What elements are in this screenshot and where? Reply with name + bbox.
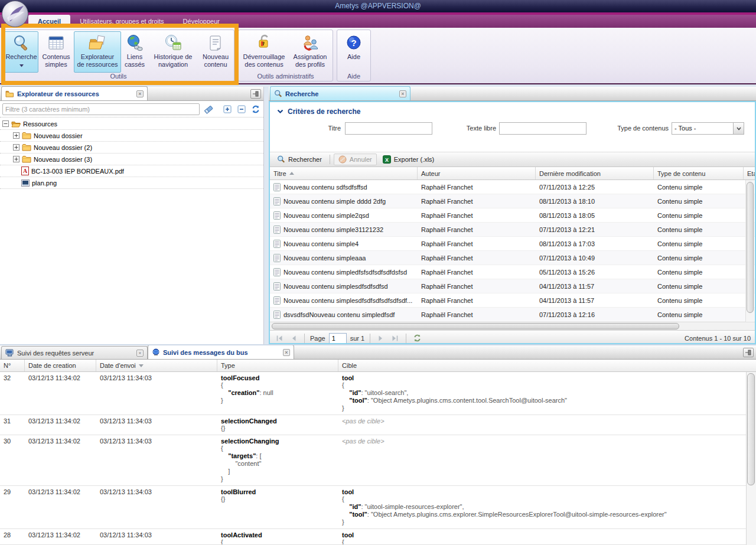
log-row[interactable]: 32 03/12/13 11:34:02 03/12/13 11:34:03 t…	[0, 372, 756, 415]
fulltext-field-input[interactable]	[499, 122, 586, 135]
historique-navigation-button[interactable]: Historique de navigation	[148, 31, 198, 73]
column-header-num[interactable]: N°	[0, 360, 25, 371]
first-page-icon[interactable]	[274, 333, 285, 344]
ribbon-button-label: Nouveau contenu	[203, 53, 229, 68]
exporter-xls-button[interactable]: X Exporter (.xls)	[379, 154, 438, 165]
tab-accueil[interactable]: Accueil	[28, 15, 70, 28]
tab-explorateur-de-ressources[interactable]: Explorateur de ressources ×	[1, 86, 148, 100]
result-title: Nouveau contenu simple4	[284, 240, 359, 247]
log-row[interactable]: 29 03/12/13 11:34:02 03/12/13 11:34:03 t…	[0, 486, 756, 529]
tree-node-file-pdf[interactable]: A BC-13-003 IEP BORDEAUX.pdf	[0, 165, 263, 177]
tree-node-folder[interactable]: Nouveau dossier (2)	[0, 142, 263, 154]
tree-node-file-image[interactable]: plan.png	[0, 177, 263, 189]
explorateur-ressources-button[interactable]: Explorateur de ressources	[74, 31, 121, 73]
expand-node-icon[interactable]	[13, 144, 19, 151]
close-icon[interactable]: ×	[136, 350, 144, 357]
log-row[interactable]: 28 03/12/13 11:34:02 03/12/13 11:34:03 t…	[0, 529, 756, 545]
result-row[interactable]: Nouveau contenu simpledfsfsdfsdfsdfdsfsd…	[270, 265, 755, 279]
pdf-file-icon: A	[21, 167, 29, 175]
refresh-icon[interactable]	[412, 333, 422, 344]
column-header-date-creation[interactable]: Date de creation	[25, 360, 96, 371]
result-author: Raphaël Franchet	[421, 184, 472, 191]
expand-node-icon[interactable]	[13, 132, 19, 139]
log-row[interactable]: 31 03/12/13 11:34:02 03/12/13 11:34:03 s…	[0, 415, 756, 435]
recherche-button[interactable]: Recherche	[4, 31, 38, 73]
vertical-scrollbar[interactable]	[745, 180, 754, 322]
ribbon: Recherche Contenus simples	[0, 28, 756, 84]
scrollbar-thumb[interactable]	[747, 373, 755, 485]
column-header-date-envoi[interactable]: Date d'envoi	[96, 360, 217, 371]
window-title: Ametys @APPVERSION@	[0, 2, 756, 10]
column-header-type[interactable]: Type	[217, 360, 338, 371]
result-title: dsvsdfsdNouveau contenu simpledfsdf	[284, 311, 395, 318]
tree-node-folder[interactable]: Nouveau dossier	[0, 130, 263, 142]
tab-suivi-requetes-serveur[interactable]: Suivi des requêtes serveur ×	[1, 346, 148, 359]
toolbar-separator	[330, 155, 330, 164]
assignation-profils-button[interactable]: Assignation des profils	[289, 31, 331, 73]
result-row[interactable]: Nouveau contenu simplesdfsdfsdfsdfsdfsdf…	[270, 293, 755, 308]
annuler-button[interactable]: Annuler	[334, 154, 377, 165]
search-icon	[12, 33, 30, 53]
log-row[interactable]: 30 03/12/13 11:34:02 03/12/13 11:34:03 s…	[0, 435, 756, 486]
result-row[interactable]: dsvsdfsdNouveau contenu simpledfsdf Raph…	[270, 308, 755, 322]
result-row[interactable]: Nouveau contenu simplesdfsdfsdfsd Raphaë…	[270, 279, 755, 293]
result-row[interactable]: Nouveau contenu simple2qsd Raphaël Franc…	[270, 208, 755, 223]
column-header-etat[interactable]: Eta	[744, 167, 755, 180]
nouveau-contenu-button[interactable]: Nouveau contenu	[198, 31, 233, 73]
result-row[interactable]: Nouveau contenu simple31121232 Raphaël F…	[270, 223, 755, 237]
result-row[interactable]: Nouveau contenu simpleaaa Raphaël Franch…	[270, 251, 755, 265]
contenus-simples-button[interactable]: Contenus simples	[39, 31, 73, 73]
column-header-titre[interactable]: Titre	[270, 167, 418, 180]
tree-node-label: BC-13-003 IEP BORDEAUX.pdf	[31, 168, 124, 175]
tree-node-folder[interactable]: Nouveau dossier (3)	[0, 154, 263, 165]
result-row[interactable]: Nouveau contenu simple4 Raphaël Franchet…	[270, 237, 755, 251]
column-header-derniere-modification[interactable]: Dernière modification	[536, 167, 654, 180]
scrollbar-thumb[interactable]	[747, 182, 754, 313]
last-page-icon[interactable]	[390, 333, 400, 344]
close-icon[interactable]: ×	[136, 90, 144, 97]
clear-filter-eraser-icon[interactable]	[203, 104, 214, 115]
result-type: Contenu simple	[657, 184, 702, 191]
result-row[interactable]: Nouveau contenu sdfsdfsffsd Raphaël Fran…	[270, 180, 755, 194]
vertical-scrollbar[interactable]	[746, 372, 756, 545]
close-icon[interactable]: ×	[283, 349, 290, 356]
column-header-auteur[interactable]: Auteur	[418, 167, 536, 180]
server-monitor-icon	[5, 349, 14, 357]
rechercher-button[interactable]: Rechercher	[273, 154, 326, 165]
tab-utilisateurs-groupes-droits[interactable]: Utilisateurs, groupes et droits	[70, 15, 173, 28]
tree-node-root[interactable]: Ressources	[0, 118, 263, 130]
result-modified: 07/11/2013 à 12:21	[539, 226, 595, 233]
next-page-icon[interactable]	[376, 333, 386, 344]
content-type-select[interactable]: - Tous -	[672, 122, 744, 135]
deverrouillage-contenus-button[interactable]: Déverrouillage des contenus	[240, 31, 288, 73]
column-header-cible[interactable]: Cible	[338, 360, 756, 371]
content-type-value: - Tous -	[672, 123, 733, 134]
criteria-title: Critères de recherche	[288, 107, 360, 116]
column-header-type-de-contenu[interactable]: Type de contenu	[654, 167, 744, 180]
title-field-input[interactable]	[345, 122, 432, 135]
collapse-section-icon[interactable]	[277, 109, 284, 115]
collapse-all-icon[interactable]	[236, 104, 247, 115]
pin-icon[interactable]	[743, 348, 754, 357]
collapse-node-icon[interactable]	[2, 120, 9, 127]
page-number-input[interactable]	[329, 333, 347, 344]
filter-input[interactable]	[2, 103, 200, 115]
result-author: Raphaël Franchet	[421, 283, 472, 290]
horizontal-scrollbar[interactable]	[270, 322, 755, 330]
tab-suivi-messages-bus[interactable]: Suivi des messages du bus ×	[148, 345, 294, 359]
scrollbar-thumb[interactable]	[272, 323, 679, 329]
expand-node-icon[interactable]	[13, 156, 19, 162]
expand-all-icon[interactable]	[222, 104, 233, 115]
tab-developpeur[interactable]: Développeur	[174, 15, 229, 28]
pin-icon[interactable]	[250, 89, 261, 99]
aide-button[interactable]: ? Aide	[338, 31, 369, 73]
tab-recherche[interactable]: Recherche ×	[270, 86, 410, 100]
folder-icon	[5, 90, 14, 97]
previous-page-icon[interactable]	[288, 333, 299, 344]
result-row[interactable]: Nouveau contenu simple dddd 2dfg Raphaël…	[270, 194, 755, 208]
refresh-icon[interactable]	[250, 104, 261, 115]
close-icon[interactable]: ×	[399, 90, 406, 97]
liens-casses-button[interactable]: Liens cassés	[122, 31, 148, 73]
result-author: Raphaël Franchet	[421, 311, 472, 318]
content-icon	[273, 211, 281, 220]
